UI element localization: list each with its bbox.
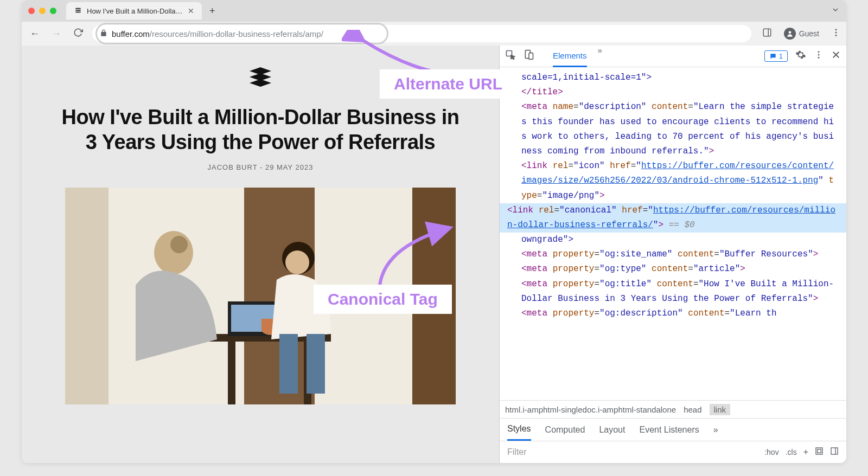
- computed-panel-icon[interactable]: [815, 447, 824, 458]
- cls-button[interactable]: .cls: [786, 448, 797, 456]
- article-byline: JACOB BURT - 29 MAY 2023: [54, 163, 467, 171]
- close-devtools-icon[interactable]: [831, 50, 841, 62]
- add-rule-icon[interactable]: +: [803, 447, 808, 457]
- window-controls: [28, 8, 56, 14]
- article-title: How I've Built a Million-Dollar Business…: [54, 105, 467, 155]
- page-viewport[interactable]: How I've Built a Million-Dollar Business…: [22, 46, 499, 463]
- tab-close-icon[interactable]: ✕: [188, 7, 194, 15]
- svg-rect-3: [763, 29, 771, 36]
- tab-title: How I've Built a Million-Dollar B: [87, 7, 183, 15]
- titlebar: How I've Built a Million-Dollar B ✕ +: [22, 0, 846, 22]
- more-tabs-icon[interactable]: »: [713, 420, 718, 440]
- svg-rect-37: [816, 448, 822, 454]
- minimize-window-button[interactable]: [39, 8, 46, 14]
- svg-point-32: [818, 51, 820, 53]
- html-line[interactable]: <meta property="og:site_name" content="B…: [500, 247, 846, 262]
- html-line[interactable]: <meta property="og:description" content=…: [500, 306, 846, 321]
- tab-event-listeners[interactable]: Event Listeners: [639, 420, 699, 440]
- devtools-panel: Elements » 1: [499, 46, 846, 463]
- more-tabs-icon[interactable]: »: [598, 46, 602, 67]
- buffer-logo-icon: [247, 67, 273, 89]
- browser-toolbar: ← → buffer.com/resources/million-dollar-…: [22, 22, 846, 46]
- annotation-alternate-url: Alternate URL: [380, 69, 516, 99]
- svg-point-26: [285, 250, 309, 274]
- html-line[interactable]: <meta name="description" content="Learn …: [500, 100, 846, 159]
- inspect-element-icon[interactable]: [505, 49, 516, 63]
- issues-count: 1: [779, 52, 783, 60]
- svg-rect-31: [529, 53, 533, 60]
- html-line[interactable]: <link rel="icon" href="https://buffer.co…: [500, 159, 846, 203]
- filter-input[interactable]: Filter: [507, 447, 527, 457]
- svg-rect-13: [65, 188, 108, 404]
- device-toggle-icon[interactable]: [524, 49, 534, 63]
- svg-rect-0: [75, 8, 80, 9]
- svg-rect-38: [818, 449, 821, 453]
- html-line-selected[interactable]: <link rel="canonical" href="https://buff…: [500, 203, 846, 233]
- tab-elements[interactable]: Elements: [553, 46, 587, 67]
- new-tab-button[interactable]: +: [209, 5, 215, 17]
- browser-tab[interactable]: How I've Built a Million-Dollar B ✕: [66, 2, 202, 20]
- svg-marker-11: [250, 79, 271, 87]
- hov-button[interactable]: :hov: [764, 448, 778, 456]
- chevron-down-icon[interactable]: [831, 5, 840, 16]
- tab-styles[interactable]: Styles: [507, 419, 531, 441]
- maximize-window-button[interactable]: [50, 8, 56, 14]
- url-path: /resources/million-dollar-business-refer…: [150, 29, 323, 38]
- svg-point-5: [788, 31, 791, 34]
- lock-icon[interactable]: [100, 29, 107, 38]
- svg-rect-28: [307, 334, 325, 394]
- close-window-button[interactable]: [28, 8, 35, 14]
- html-line[interactable]: <meta property="og:type" content="articl…: [500, 262, 846, 276]
- html-line[interactable]: <meta property="og:title" content="How I…: [500, 277, 846, 306]
- kebab-menu-icon[interactable]: [831, 28, 841, 40]
- kebab-menu-icon[interactable]: [814, 50, 824, 62]
- issues-badge[interactable]: 1: [764, 50, 788, 62]
- avatar-icon: [784, 28, 796, 40]
- svg-rect-2: [75, 11, 80, 12]
- svg-point-6: [835, 29, 837, 30]
- html-line[interactable]: </title>: [500, 85, 846, 100]
- forward-button[interactable]: →: [49, 28, 64, 40]
- svg-point-34: [818, 57, 820, 59]
- svg-point-33: [818, 54, 820, 56]
- tab-computed[interactable]: Computed: [545, 420, 585, 440]
- styles-filter-row: Filter :hov .cls +: [500, 441, 846, 463]
- svg-point-8: [835, 35, 837, 36]
- svg-rect-17: [228, 342, 235, 404]
- svg-point-7: [835, 32, 837, 34]
- gear-icon[interactable]: [795, 49, 806, 63]
- back-button[interactable]: ←: [27, 28, 42, 40]
- url-domain: buffer.com: [112, 29, 150, 38]
- annotation-canonical-tag: Canonical Tag: [314, 285, 452, 314]
- tab-layout[interactable]: Layout: [599, 420, 625, 440]
- svg-rect-1: [75, 10, 80, 11]
- tab-favicon-icon: [74, 7, 82, 15]
- guest-label: Guest: [799, 29, 819, 38]
- elements-breadcrumb[interactable]: html.i-amphtml-singledoc.i-amphtml-stand…: [500, 400, 846, 419]
- devtools-toolbar: Elements » 1: [500, 46, 846, 67]
- elements-tree[interactable]: scale=1,initial-scale=1"> </title> <meta…: [500, 67, 846, 400]
- crumb-head[interactable]: head: [684, 405, 701, 414]
- svg-point-23: [154, 231, 193, 274]
- reload-button[interactable]: [71, 28, 86, 40]
- crumb-link[interactable]: link: [710, 404, 731, 415]
- svg-rect-39: [831, 448, 838, 454]
- svg-rect-27: [279, 334, 298, 394]
- panel-icon[interactable]: [762, 28, 772, 40]
- crumb-html[interactable]: html.i-amphtml-singledoc.i-amphtml-stand…: [505, 405, 676, 414]
- sidebar-toggle-icon[interactable]: [830, 447, 839, 458]
- html-line[interactable]: scale=1,initial-scale=1">: [500, 70, 846, 85]
- styles-tabbar: Styles Computed Layout Event Listeners »: [500, 419, 846, 441]
- svg-point-24: [170, 236, 188, 253]
- profile-badge[interactable]: Guest: [778, 25, 825, 42]
- html-line[interactable]: owngrade">: [500, 233, 846, 247]
- address-bar[interactable]: buffer.com/resources/million-dollar-busi…: [92, 25, 751, 42]
